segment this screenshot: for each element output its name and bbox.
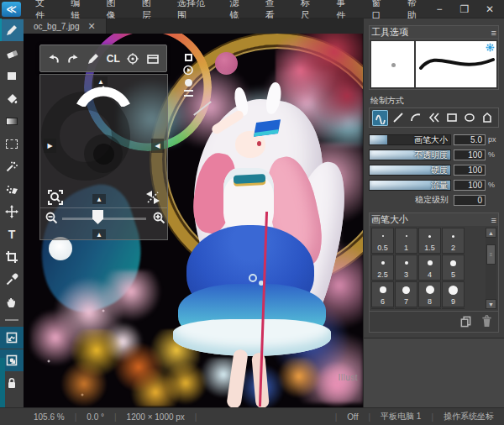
slider-track[interactable]: 画笔大小 xyxy=(369,134,451,145)
pan-right-button[interactable]: ◀ xyxy=(151,139,164,153)
brush-size-8[interactable]: 8 xyxy=(418,281,441,307)
crop-tool[interactable] xyxy=(0,246,24,268)
slider-value[interactable]: 100 xyxy=(454,165,486,176)
scroll-up-icon[interactable]: ▲ xyxy=(486,228,496,238)
bucket-tool[interactable] xyxy=(0,87,24,109)
menu-item-6[interactable]: 查看 xyxy=(256,0,291,18)
panel-collapse-button[interactable]: ▲ xyxy=(92,229,106,239)
text-tool[interactable]: T xyxy=(0,223,24,245)
windows-button[interactable] xyxy=(144,49,162,69)
maximize-button[interactable]: ❐ xyxy=(459,3,470,15)
tab-close-icon[interactable]: ✕ xyxy=(87,21,97,32)
app-window: ≪ 文件编辑图像图层选择范围滤镜查看标尺事件窗口帮助 − ❐ ✕ oc_bg_7… xyxy=(0,0,504,425)
brush-grid-scrollbar[interactable]: ▲ ≡ ▼ xyxy=(486,228,496,309)
zoom-fit-icon[interactable] xyxy=(47,189,64,206)
document-tab[interactable]: oc_bg_7.jpg ✕ xyxy=(24,18,107,34)
rotate-wheel-button[interactable] xyxy=(76,85,131,107)
menu-item-8[interactable]: 事件 xyxy=(327,0,362,18)
menu-item-2[interactable]: 图像 xyxy=(97,0,133,18)
eyedropper-tool[interactable] xyxy=(0,269,24,291)
slider-value[interactable]: 0 xyxy=(454,195,486,206)
mini-play-circle-icon[interactable] xyxy=(183,65,194,76)
brush-size-3[interactable]: 3 xyxy=(395,254,417,281)
menu-item-1[interactable]: 编辑 xyxy=(61,0,97,18)
brush-dot xyxy=(405,261,408,265)
shape-fill-tool[interactable] xyxy=(0,65,24,87)
marquee-select-tool[interactable] xyxy=(0,133,24,155)
target-button[interactable] xyxy=(123,49,142,69)
brush-size-0.5[interactable]: 0.5 xyxy=(371,228,394,254)
rotate-view-tool[interactable] xyxy=(0,327,24,349)
brush-panel-menu-icon[interactable]: ≡ xyxy=(491,215,496,225)
draw-mode-ellipse[interactable] xyxy=(462,110,478,126)
slider-value[interactable]: 5.0 xyxy=(454,134,486,145)
status-right-1[interactable]: 平板电脑 1 xyxy=(370,411,431,422)
zoom-in-icon[interactable] xyxy=(150,209,167,226)
brush-size-14[interactable]: 14 xyxy=(418,308,441,309)
brush-size-4[interactable]: 4 xyxy=(418,254,441,281)
brush-size-10[interactable]: 10 xyxy=(371,308,394,309)
draw-mode-curve[interactable] xyxy=(408,110,424,126)
brush-size-1.5[interactable]: 1.5 xyxy=(418,228,441,254)
canvas-viewport[interactable]: Illust CL ▲ ▶ ◀ xyxy=(24,34,363,407)
draw-mode-rectangle[interactable] xyxy=(444,110,459,126)
brush-size-6[interactable]: 6 xyxy=(371,281,394,307)
close-button[interactable]: ✕ xyxy=(484,3,496,15)
slider-track[interactable]: 不透明度 xyxy=(369,150,451,160)
cl-button[interactable]: CL xyxy=(104,49,123,69)
panel-menu-icon[interactable]: ≡ xyxy=(491,28,496,38)
brush-size-1[interactable]: 1 xyxy=(395,228,417,254)
brush-settings-gear-icon[interactable] xyxy=(486,43,495,52)
brush-size-9[interactable]: 9 xyxy=(442,281,465,307)
pen-quick-button[interactable] xyxy=(84,49,102,69)
mini-dot-icon[interactable] xyxy=(185,79,192,87)
draw-mode-polyline[interactable] xyxy=(426,110,442,126)
reset-rotation-button[interactable]: ▲ xyxy=(92,194,106,204)
scroll-down-icon[interactable]: ▼ xyxy=(486,299,496,309)
duplicate-brush-icon[interactable] xyxy=(459,315,472,328)
mini-menu-icon[interactable] xyxy=(184,90,193,97)
menu-item-4[interactable]: 选择范围 xyxy=(168,0,221,18)
brush-size-5[interactable]: 5 xyxy=(442,254,465,281)
slider-value[interactable]: 100 xyxy=(454,150,486,160)
magic-wand-tool[interactable] xyxy=(0,155,24,177)
brush-size-2[interactable]: 2 xyxy=(442,228,465,254)
scroll-thumb[interactable]: ≡ xyxy=(486,244,496,265)
zoom-out-icon[interactable] xyxy=(43,209,60,226)
redo-button[interactable] xyxy=(64,49,82,69)
draw-mode-freehand[interactable] xyxy=(372,110,388,126)
status-right-2[interactable]: 操作系统坐标 xyxy=(433,411,504,422)
menu-item-5[interactable]: 滤镜 xyxy=(221,0,256,18)
eraser-tool[interactable] xyxy=(0,42,24,64)
menu-item-9[interactable]: 窗口 xyxy=(363,0,398,18)
mini-square-icon[interactable] xyxy=(185,54,192,61)
brush-size-7[interactable]: 7 xyxy=(395,281,417,307)
pen-tool[interactable] xyxy=(0,19,24,41)
draw-mode-polygon[interactable] xyxy=(480,110,496,126)
menu-item-0[interactable]: 文件 xyxy=(26,0,61,18)
pan-left-button[interactable]: ▶ xyxy=(44,139,56,153)
delete-brush-icon[interactable] xyxy=(480,315,493,328)
brush-stroke-preview[interactable] xyxy=(416,41,496,87)
brush-size-2.5[interactable]: 2.5 xyxy=(371,254,394,281)
brush-size-12[interactable]: 12 xyxy=(395,308,417,309)
brush-size-partial[interactable] xyxy=(442,308,465,309)
zoom-slider-track[interactable] xyxy=(62,218,146,220)
move-tool[interactable] xyxy=(0,201,24,223)
gradient-tool[interactable] xyxy=(0,110,24,132)
brush-tip-preview[interactable] xyxy=(371,41,414,87)
slider-value[interactable]: 100 xyxy=(454,180,486,191)
status-right-0[interactable]: Off xyxy=(337,412,368,422)
select-pen-tool[interactable] xyxy=(0,178,24,200)
menu-item-7[interactable]: 标尺 xyxy=(291,0,327,18)
undo-button[interactable] xyxy=(45,49,63,69)
slider-track[interactable]: 流量 xyxy=(369,180,451,191)
menu-item-3[interactable]: 图层 xyxy=(133,0,168,18)
menu-item-10[interactable]: 帮助 xyxy=(398,0,433,18)
hand-tool[interactable] xyxy=(0,291,24,313)
zoom-slider-handle[interactable] xyxy=(92,210,103,224)
slider-track[interactable]: 硬度 xyxy=(369,165,451,176)
flip-view-icon[interactable] xyxy=(144,189,161,206)
draw-mode-line[interactable] xyxy=(390,110,406,126)
minimize-button[interactable]: − xyxy=(433,3,445,15)
